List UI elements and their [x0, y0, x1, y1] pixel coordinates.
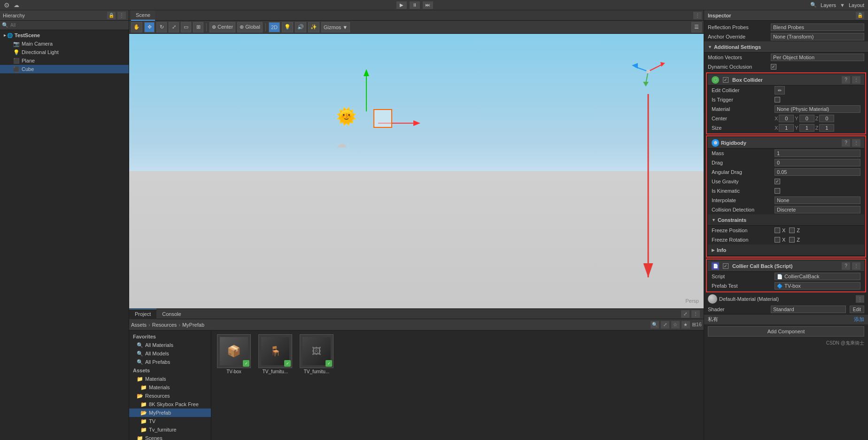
tab-console[interactable]: Console — [156, 309, 186, 319]
center-z-value[interactable]: 0 — [819, 115, 834, 122]
sidebar-item-materials-2[interactable]: 📁 Materials — [129, 383, 211, 392]
is-kinematic-checkbox[interactable] — [775, 188, 780, 194]
freeze-rot-x[interactable] — [775, 237, 780, 243]
expand-view-icon[interactable]: ⤢ — [661, 321, 669, 329]
edit-collider-button[interactable]: ✏ — [775, 86, 785, 94]
freeze-pos-x[interactable] — [775, 228, 780, 233]
center-x-value[interactable]: 0 — [779, 115, 794, 122]
sidebar-item-scenes[interactable]: 📁 Scenes — [129, 434, 211, 440]
asset-tv-furniture-2[interactable]: 🖼 ✓ TV_furnitu... — [298, 334, 335, 374]
global-btn[interactable]: ⊕ Global — [237, 22, 263, 32]
hierarchy-item-plane[interactable]: ⬛ Plane — [0, 56, 129, 65]
camera-settings-btn[interactable]: ☰ — [691, 22, 702, 32]
hierarchy-item-main-camera[interactable]: 📷 Main Camera — [0, 39, 129, 48]
hierarchy-search-bar[interactable]: 🔍 — [0, 21, 129, 30]
asset-tv-furniture-1[interactable]: 🪑 ✓ TV_furnitu... — [256, 334, 294, 374]
gizmos-btn[interactable]: Gizmos ▼ — [321, 22, 350, 32]
hierarchy-item-directional-light[interactable]: 💡 Directional Light — [0, 48, 129, 56]
constraints-header[interactable]: ▼ Constraints — [708, 214, 864, 226]
interpolate-value[interactable]: None — [775, 196, 860, 204]
tab-scene[interactable]: Scene — [131, 10, 155, 21]
mass-value[interactable]: 1 — [775, 149, 860, 157]
box-collider-enabled[interactable] — [723, 77, 728, 83]
sidebar-item-tv-furniture[interactable]: 📁 Tv_furniture — [129, 425, 211, 434]
asset-tv-box[interactable]: 📦 ✓ TV-box — [215, 334, 253, 374]
info-header[interactable]: ▶ Info — [708, 244, 864, 256]
hand-tool[interactable]: ✋ — [131, 22, 142, 32]
rigidbody-help-icon[interactable]: ? — [842, 139, 850, 147]
scene-cube-object[interactable] — [373, 109, 392, 128]
hierarchy-more-icon[interactable]: ⋮ — [117, 12, 126, 19]
size-y-value[interactable]: 1 — [799, 124, 814, 132]
step-button[interactable]: ⏭ — [423, 1, 433, 9]
callback-help-icon[interactable]: ? — [842, 262, 850, 270]
layout-label[interactable]: Layout — [849, 2, 864, 8]
material-more-icon[interactable]: ⋮ — [856, 295, 864, 303]
collision-detection-value[interactable]: Discrete — [775, 206, 860, 213]
size-z-value[interactable]: 1 — [819, 124, 834, 132]
add-component-button[interactable]: Add Component — [708, 326, 864, 337]
box-collider-more-icon[interactable]: ⋮ — [852, 76, 860, 84]
center-y-value[interactable]: 0 — [799, 115, 814, 122]
audio-btn[interactable]: 🔊 — [295, 22, 306, 32]
add-label[interactable]: 添加 — [854, 316, 864, 323]
angular-drag-value[interactable]: 0.05 — [775, 168, 860, 176]
freeze-pos-z[interactable] — [789, 228, 795, 233]
sidebar-item-all-models[interactable]: 🔍 All Models — [129, 349, 211, 358]
material-value[interactable]: None (Physic Material) — [775, 105, 860, 113]
callback-more-icon[interactable]: ⋮ — [852, 262, 860, 270]
move-tool[interactable]: ✥ — [144, 22, 155, 32]
breadcrumb-assets[interactable]: Assets — [131, 322, 147, 328]
layers-label[interactable]: Layers — [821, 2, 836, 8]
box-collider-header[interactable]: ⬡ Box Collider ? ⋮ — [708, 74, 864, 86]
sidebar-item-all-prefabs[interactable]: 🔍 All Prefabs — [129, 358, 211, 366]
search-icon[interactable]: 🔍 — [810, 2, 817, 8]
lighting-btn[interactable]: 💡 — [282, 22, 293, 32]
rect-tool[interactable]: ▭ — [181, 22, 191, 32]
size-x-value[interactable]: 1 — [779, 124, 794, 132]
sidebar-item-myprefab[interactable]: 📂 MyPrefab — [129, 409, 211, 417]
drag-value[interactable]: 0 — [775, 159, 860, 166]
reflection-probes-value[interactable]: Blend Probes — [771, 24, 864, 31]
box-collider-help-icon[interactable]: ? — [842, 76, 850, 84]
favorites-icon[interactable]: ☆ — [671, 321, 680, 329]
hierarchy-item-cube[interactable]: ⬛ Cube — [0, 65, 129, 73]
play-button[interactable]: ▶ — [396, 1, 407, 9]
2d-btn[interactable]: 2D — [269, 22, 280, 32]
inspector-lock-icon[interactable]: 🔒 — [856, 12, 864, 19]
pivot-btn[interactable]: ⊕ Center — [209, 22, 235, 32]
pause-button[interactable]: ⏸ — [410, 1, 420, 9]
motion-vectors-value[interactable]: Per Object Motion — [771, 54, 864, 61]
is-trigger-checkbox[interactable] — [775, 97, 780, 102]
hierarchy-search-input[interactable] — [10, 23, 127, 28]
hierarchy-item-testscene[interactable]: ▸ 🌐 TestScene — [0, 31, 129, 39]
shader-edit-button[interactable]: Edit — [850, 306, 864, 313]
prefab-test-value[interactable]: 🔷 TV-box — [775, 282, 860, 290]
star-icon[interactable]: ★ — [682, 321, 690, 329]
collider-callback-enabled[interactable] — [723, 263, 728, 269]
hierarchy-lock-icon[interactable]: 🔒 — [107, 12, 116, 19]
scale-tool[interactable]: ⤢ — [169, 22, 179, 32]
sidebar-item-skybox[interactable]: 📁 8K Skybox Pack Free — [129, 400, 211, 409]
scene-more-icon[interactable]: ⋮ — [693, 12, 702, 19]
sidebar-item-materials-1[interactable]: 📁 Materials — [129, 375, 211, 383]
sidebar-item-all-materials[interactable]: 🔍 All Materials — [129, 341, 211, 349]
breadcrumb-resources[interactable]: Resources — [152, 322, 177, 328]
anchor-override-value[interactable]: None (Transform) — [771, 33, 864, 40]
freeze-rot-z[interactable] — [789, 237, 795, 243]
dynamic-occlusion-checkbox[interactable] — [771, 64, 776, 70]
additional-settings-header[interactable]: ▼ Additional Settings — [704, 41, 868, 53]
transform-tool[interactable]: ⊞ — [193, 22, 203, 32]
expand-icon[interactable]: ⤢ — [681, 310, 690, 318]
shader-value[interactable]: Standard — [771, 306, 846, 313]
rotate-tool[interactable]: ↻ — [156, 22, 167, 32]
sidebar-item-tv[interactable]: 📁 TV — [129, 417, 211, 425]
search-icon-btn[interactable]: 🔍 — [651, 321, 659, 329]
sidebar-item-resources[interactable]: 📂 Resources — [129, 392, 211, 400]
rigidbody-header[interactable]: ⬟ Rigidbody ? ⋮ — [708, 137, 864, 149]
rigidbody-more-icon[interactable]: ⋮ — [852, 139, 860, 147]
collider-callback-header[interactable]: 📄 Collier Call Back (Script) ? ⋮ — [708, 260, 864, 272]
tab-project[interactable]: Project — [129, 309, 156, 319]
effects-btn[interactable]: ✨ — [308, 22, 319, 32]
script-value[interactable]: 📄 CollierCallBack — [775, 273, 860, 280]
